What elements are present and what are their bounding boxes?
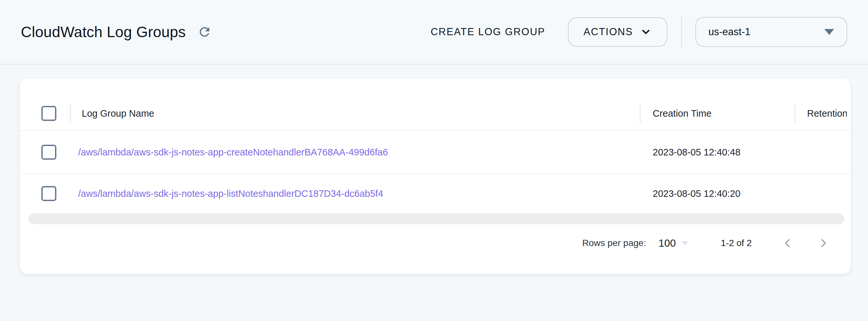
create-log-group-button[interactable]: CREATE LOG GROUP — [427, 20, 549, 44]
log-groups-card: Log Group Name Creation Time Retention /… — [20, 79, 851, 274]
caret-down-icon[interactable] — [681, 241, 689, 245]
refresh-button[interactable] — [196, 24, 213, 40]
rows-per-page-label: Rows per page: — [582, 238, 646, 248]
header-actions: CREATE LOG GROUP ACTIONS us-east-1 — [427, 16, 847, 48]
row-checkbox[interactable] — [41, 145, 56, 160]
select-all-checkbox[interactable] — [41, 106, 56, 121]
region-select[interactable]: us-east-1 — [695, 17, 847, 47]
actions-button[interactable]: ACTIONS — [568, 17, 668, 47]
page-title: CloudWatch Log Groups — [21, 23, 186, 41]
column-header-retention[interactable]: Retention — [807, 108, 847, 119]
next-page-button[interactable] — [816, 236, 831, 250]
row-checkbox[interactable] — [41, 186, 56, 201]
column-separator — [640, 104, 641, 122]
creation-time-cell: 2023-08-05 12:40:20 — [653, 188, 740, 199]
column-header-creation-time[interactable]: Creation Time — [653, 108, 712, 119]
column-header-log-group-name[interactable]: Log Group Name — [82, 108, 154, 119]
region-select-value: us-east-1 — [708, 26, 750, 38]
pagination-range: 1-2 of 2 — [721, 238, 752, 248]
log-group-link[interactable]: /aws/lambda/aws-sdk-js-notes-app-listNot… — [78, 188, 383, 199]
prev-page-button[interactable] — [780, 236, 795, 250]
page-header: CloudWatch Log Groups CREATE LOG GROUP A… — [0, 0, 868, 64]
chevron-left-icon — [782, 237, 794, 249]
title-wrap: CloudWatch Log Groups — [21, 23, 213, 41]
table-row: /aws/lambda/aws-sdk-js-notes-app-createN… — [20, 131, 851, 174]
creation-time-cell: 2023-08-05 12:40:48 — [653, 147, 740, 158]
column-separator — [795, 104, 795, 122]
caret-down-icon — [824, 29, 834, 35]
horizontal-scrollbar[interactable] — [28, 213, 844, 224]
chevron-right-icon — [817, 237, 829, 249]
screen: CloudWatch Log Groups CREATE LOG GROUP A… — [0, 0, 868, 321]
table-header-row: Log Group Name Creation Time Retention — [20, 96, 851, 131]
refresh-icon — [197, 25, 212, 39]
actions-button-label: ACTIONS — [584, 26, 633, 38]
header-divider — [681, 16, 682, 48]
pagination-bar: Rows per page: 100 1-2 of 2 — [20, 232, 851, 255]
chevron-down-icon — [640, 26, 652, 38]
table-row: /aws/lambda/aws-sdk-js-notes-app-listNot… — [20, 174, 851, 213]
log-group-link[interactable]: /aws/lambda/aws-sdk-js-notes-app-createN… — [78, 147, 388, 158]
rows-per-page-select[interactable]: 100 — [658, 237, 676, 249]
column-separator — [70, 104, 71, 122]
